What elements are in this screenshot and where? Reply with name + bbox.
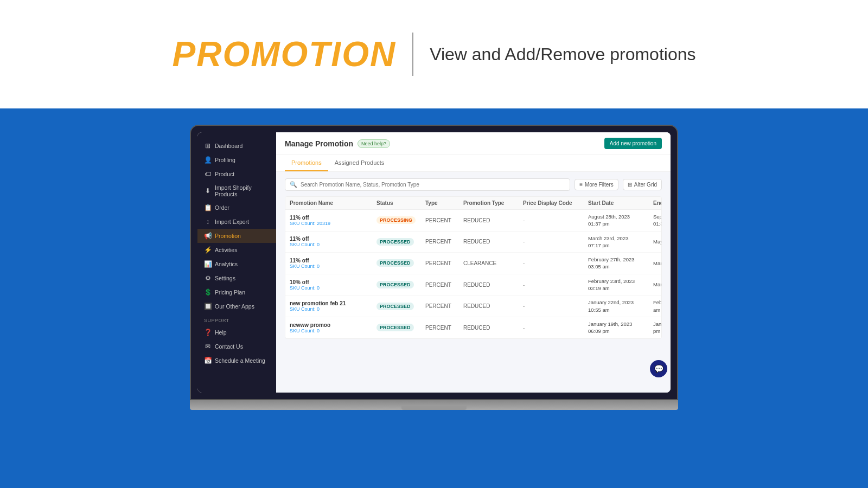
table-area: 🔍 ≡ More Filters ⊞ Alter Grid	[276, 172, 671, 393]
status-badge-0: PROCESSING	[376, 216, 416, 224]
sidebar-label-pricing: Pricing Plan	[215, 289, 245, 296]
manage-promotion-title: Manage Promotion	[285, 139, 353, 148]
promo-type-4: REDUCED	[463, 303, 523, 309]
main-content: Manage Promotion Need help? Add new prom…	[276, 132, 671, 393]
sidebar-item-help[interactable]: ❓ Help	[197, 325, 276, 339]
sidebar-item-analytics[interactable]: 📊 Analytics	[197, 257, 276, 271]
tab-assigned-products[interactable]: Assigned Products	[328, 155, 391, 171]
main-header: Manage Promotion Need help? Add new prom…	[276, 132, 671, 155]
promo-name-4: new promotion feb 21	[290, 300, 376, 306]
type-4: PERCENT	[425, 303, 463, 309]
sidebar-item-other-apps[interactable]: 🔲 Our Other Apps	[197, 299, 276, 313]
promo-type-0: REDUCED	[463, 217, 523, 223]
filter-label: More Filters	[585, 182, 614, 188]
sidebar-label-help: Help	[215, 329, 227, 336]
promo-type-3: REDUCED	[463, 282, 523, 288]
laptop: ⊞ Dashboard 👤 Profiling 🏷 Product ⬇ Impo…	[190, 125, 678, 410]
help-icon: ❓	[204, 329, 212, 336]
price-display-4: -	[523, 303, 588, 309]
table-row: 10% off SKU Count: 0 PROCESSED PERCENT R…	[285, 274, 661, 296]
grid-button[interactable]: ⊞ Alter Grid	[623, 179, 662, 190]
sidebar-label-other-apps: Our Other Apps	[215, 303, 254, 310]
grid-label: Alter Grid	[634, 182, 657, 188]
add-promotion-button[interactable]: Add new promotion	[604, 138, 662, 149]
table-row: newww promoo SKU Count: 0 PROCESSED PERC…	[285, 317, 661, 338]
product-icon: 🏷	[204, 170, 212, 178]
promo-type-1: REDUCED	[463, 239, 523, 245]
end-date-0: September 28th, 2023 01:37 pm	[653, 213, 662, 228]
type-0: PERCENT	[425, 217, 463, 223]
sidebar-label-analytics: Analytics	[215, 261, 238, 267]
sidebar-label-dashboard: Dashboard	[215, 143, 242, 149]
settings-icon: ⚙	[204, 274, 212, 282]
filter-icon: ≡	[579, 182, 583, 188]
col-header-price-display: Price Display Code	[523, 200, 588, 206]
sidebar-item-product[interactable]: 🏷 Product	[197, 167, 276, 181]
screen-inner: ⊞ Dashboard 👤 Profiling 🏷 Product ⬇ Impo…	[197, 132, 671, 393]
need-help-badge[interactable]: Need help?	[358, 139, 390, 148]
chat-button[interactable]: 💬	[650, 360, 667, 377]
filter-button[interactable]: ≡ More Filters	[575, 179, 618, 190]
start-date-3: February 23rd, 2023 03:19 am	[588, 278, 653, 292]
analytics-icon: 📊	[204, 260, 212, 268]
sidebar-item-import-shopify[interactable]: ⬇ Import Shopify Products	[197, 181, 276, 201]
sidebar-item-contact[interactable]: ✉ Contact Us	[197, 339, 276, 354]
end-date-3: March 22nd, 2023 03:19 am	[653, 281, 662, 288]
promotion-icon: 📢	[204, 232, 212, 240]
header-divider	[412, 33, 413, 76]
page-header: PROMOTION View and Add/Remove promotions	[0, 0, 868, 108]
sidebar-item-order[interactable]: 📋 Order	[197, 201, 276, 215]
sku-count-0: SKU Count: 20319	[290, 221, 376, 226]
import-export-icon: ↕	[204, 218, 212, 226]
laptop-screen: ⊞ Dashboard 👤 Profiling 🏷 Product ⬇ Impo…	[190, 125, 678, 400]
header-left: Manage Promotion Need help?	[285, 139, 390, 148]
tab-promotions[interactable]: Promotions	[285, 155, 328, 171]
price-display-0: -	[523, 217, 588, 223]
sku-count-2: SKU Count: 0	[290, 264, 376, 269]
sku-count-1: SKU Count: 0	[290, 242, 376, 247]
search-input[interactable]	[301, 182, 565, 188]
sidebar-label-product: Product	[215, 171, 234, 177]
activities-icon: ⚡	[204, 246, 212, 254]
sku-count-3: SKU Count: 0	[290, 285, 376, 291]
col-header-type: Type	[425, 200, 463, 206]
status-badge-5: PROCESSED	[376, 324, 414, 331]
import-shopify-icon: ⬇	[204, 187, 212, 195]
sidebar-item-import-export[interactable]: ↕ Import Export	[197, 215, 276, 229]
promo-type-2: CLEARANCE	[463, 260, 523, 266]
contact-icon: ✉	[204, 343, 212, 350]
type-3: PERCENT	[425, 282, 463, 288]
sidebar-label-contact: Contact Us	[215, 343, 243, 350]
sku-count-4: SKU Count: 0	[290, 306, 376, 312]
end-date-4: February 21st, 2023 10:55 am	[653, 299, 662, 313]
support-section-label: SUPPORT	[197, 313, 276, 325]
sidebar-item-pricing-plan[interactable]: 💲 Pricing Plan	[197, 285, 276, 299]
sidebar-item-activities[interactable]: ⚡ Activities	[197, 243, 276, 257]
col-header-promo-type: Promotion Type	[463, 200, 523, 206]
promo-name-5: newww promoo	[290, 322, 376, 328]
pricing-icon: 💲	[204, 288, 212, 296]
sidebar-item-profiling[interactable]: 👤 Profiling	[197, 153, 276, 167]
search-icon: 🔍	[290, 181, 297, 188]
sidebar-item-dashboard[interactable]: ⊞ Dashboard	[197, 139, 276, 153]
sidebar-label-order: Order	[215, 204, 229, 211]
sidebar-item-promotion[interactable]: 📢 Promotion	[197, 229, 276, 243]
col-header-name: Promotion Name	[290, 200, 376, 206]
sidebar-item-schedule[interactable]: 📅 Schedule a Meeting	[197, 354, 276, 368]
dashboard-icon: ⊞	[204, 142, 212, 150]
search-box[interactable]: 🔍	[285, 178, 570, 191]
price-display-1: -	[523, 239, 588, 245]
laptop-section: ⊞ Dashboard 👤 Profiling 🏷 Product ⬇ Impo…	[0, 108, 868, 488]
sidebar-label-promotion: Promotion	[215, 233, 241, 239]
sidebar-label-activities: Activities	[215, 247, 237, 253]
table-row: 11% off SKU Count: 20319 PROCESSING PERC…	[285, 210, 661, 232]
status-badge-4: PROCESSED	[376, 303, 414, 310]
table-row: 11% off SKU Count: 0 PROCESSED PERCENT R…	[285, 232, 661, 253]
order-icon: 📋	[204, 204, 212, 211]
page-subtitle: View and Add/Remove promotions	[430, 44, 695, 65]
sidebar-item-settings[interactable]: ⚙ Settings	[197, 271, 276, 285]
status-badge-1: PROCESSED	[376, 238, 414, 246]
price-display-5: -	[523, 325, 588, 331]
type-5: PERCENT	[425, 325, 463, 331]
price-display-3: -	[523, 282, 588, 288]
